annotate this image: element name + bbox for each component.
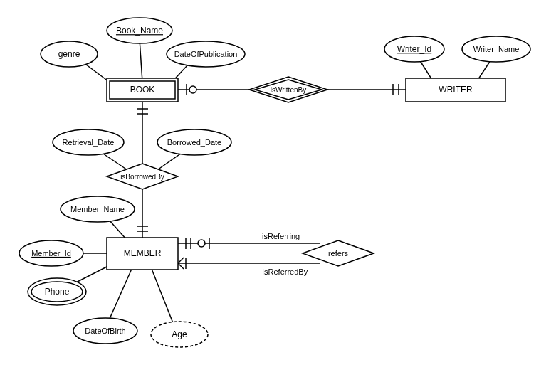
entity-member: MEMBER (107, 238, 178, 270)
rel-refers: refers (303, 240, 374, 266)
attr-retrieval-date: Retrieval_Date (53, 129, 124, 155)
attr-member-name: Member_Name (61, 196, 135, 222)
svg-text:Writer_Name: Writer_Name (473, 45, 520, 53)
rel-refers-label: refers (328, 249, 349, 258)
svg-line-13 (178, 258, 184, 263)
svg-line-14 (178, 263, 184, 269)
svg-text:Member_Id: Member_Id (31, 249, 71, 258)
conn-member-age (152, 269, 174, 327)
svg-text:Age: Age (172, 329, 187, 339)
svg-text:Retrieval_Date: Retrieval_Date (63, 138, 115, 147)
svg-text:Phone: Phone (45, 287, 70, 297)
svg-text:Writer_Id: Writer_Id (397, 44, 431, 54)
entity-book: BOOK (107, 78, 178, 102)
svg-text:genre: genre (58, 49, 80, 59)
entity-writer-label: WRITER (439, 85, 473, 95)
svg-text:Book_Name: Book_Name (116, 26, 163, 36)
svg-text:DateOfPublication: DateOfPublication (174, 50, 238, 58)
attr-age: Age (151, 322, 208, 347)
attr-phone: Phone (28, 278, 86, 305)
rel-isborrowedby-label: isBorrowedBy (120, 173, 164, 181)
attr-dob: DateOfBirth (73, 318, 137, 344)
attr-borrowed-date: Borrowed_Date (157, 129, 231, 155)
svg-point-1 (189, 86, 196, 93)
role-isreferring: isReferring (262, 232, 300, 240)
attr-writer-id: Writer_Id (384, 36, 444, 62)
attr-book-name: Book_Name (107, 18, 172, 43)
svg-text:DateOfBirth: DateOfBirth (85, 327, 125, 335)
attr-member-id: Member_Id (19, 240, 83, 266)
rel-iswrittenby: isWrittenBy (249, 77, 327, 102)
rel-isborrowedby: isBorrowedBy (107, 164, 178, 189)
svg-point-10 (198, 240, 205, 247)
entity-member-label: MEMBER (124, 248, 162, 258)
attr-genre: genre (41, 41, 98, 67)
conn-member-dob (107, 269, 132, 325)
attr-writer-name: Writer_Name (462, 36, 530, 62)
role-isreferredby: IsReferredBy (262, 267, 308, 276)
entity-writer: WRITER (406, 78, 505, 102)
svg-text:Borrowed_Date: Borrowed_Date (167, 138, 221, 147)
svg-text:Member_Name: Member_Name (70, 205, 125, 213)
rel-iswrittenby-label: isWrittenBy (271, 86, 306, 94)
attr-dop: DateOfPublication (167, 41, 245, 67)
conn-book-bookname (140, 39, 142, 82)
entity-book-label: BOOK (130, 85, 155, 95)
